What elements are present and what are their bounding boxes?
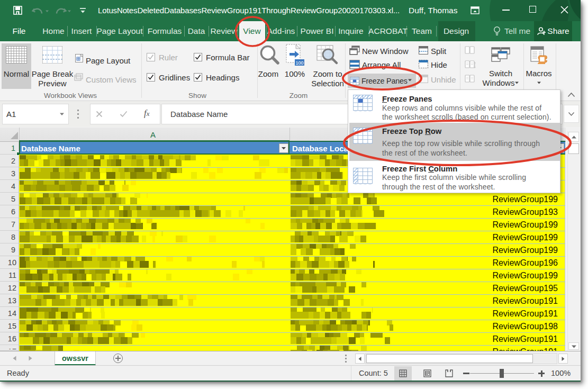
svg-text:100: 100 [295,60,303,66]
